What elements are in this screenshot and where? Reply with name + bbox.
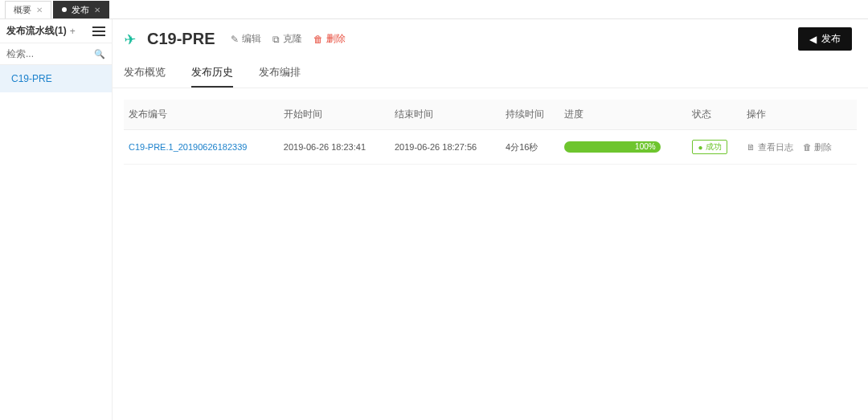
- col-end: 结束时间: [390, 100, 501, 130]
- view-log-label: 查看日志: [758, 141, 793, 153]
- sidebar-header: 发布流水线(1) +: [0, 19, 112, 43]
- col-progress: 进度: [559, 100, 688, 130]
- progress-bar: 100%: [564, 141, 661, 153]
- cell-duration: 4分16秒: [501, 130, 559, 165]
- sidebar: 发布流水线(1) + 🔍 C19-PRE: [0, 19, 113, 420]
- edit-label: 编辑: [242, 32, 261, 46]
- trash-icon: 🗑: [313, 34, 323, 45]
- tab-label: 发布: [72, 4, 89, 16]
- sidebar-title: 发布流水线(1): [6, 24, 67, 38]
- cell-status: ● 成功: [687, 130, 742, 165]
- paper-plane-icon: ✈: [123, 30, 137, 48]
- copy-icon: ⧉: [272, 34, 280, 45]
- add-pipeline-button[interactable]: +: [70, 26, 76, 37]
- main-content: ✈ C19-PRE ✎ 编辑 ⧉ 克隆 🗑 删除 ◀ 发布 发布概览 发布历史: [113, 19, 868, 420]
- pencil-icon: ✎: [231, 34, 239, 45]
- sidebar-search: 🔍: [0, 43, 112, 65]
- cell-ops: 🗎 查看日志 🗑 删除: [742, 130, 857, 165]
- file-icon: 🗎: [747, 142, 755, 152]
- publish-label: 发布: [821, 32, 841, 46]
- release-id-link[interactable]: C19-PRE.1_20190626182339: [129, 142, 247, 152]
- progress-pct: 100%: [635, 141, 656, 153]
- close-icon[interactable]: ✕: [36, 6, 43, 14]
- delete-label: 删除: [326, 32, 346, 46]
- check-circle-icon: ●: [698, 143, 702, 152]
- trash-icon: 🗑: [803, 142, 812, 152]
- view-log-button[interactable]: 🗎 查看日志: [747, 141, 793, 153]
- edit-button[interactable]: ✎ 编辑: [231, 32, 261, 46]
- history-table: 发布编号 开始时间 结束时间 持续时间 进度 状态 操作 C19-PRE.1_2…: [124, 100, 857, 165]
- top-tab-bar: 概要 ✕ 发布 ✕: [0, 0, 868, 19]
- delete-button[interactable]: 🗑 删除: [313, 32, 346, 46]
- search-icon: 🔍: [94, 49, 105, 59]
- send-icon: ◀: [809, 34, 817, 45]
- page-header: ✈ C19-PRE ✎ 编辑 ⧉ 克隆 🗑 删除 ◀ 发布: [113, 19, 868, 59]
- row-delete-label: 删除: [814, 141, 832, 153]
- sidebar-item-label: C19-PRE: [11, 73, 52, 84]
- status-badge: ● 成功: [692, 140, 727, 154]
- col-id: 发布编号: [124, 100, 279, 130]
- tab-label: 概要: [14, 4, 31, 16]
- col-ops: 操作: [742, 100, 857, 130]
- publish-button[interactable]: ◀ 发布: [798, 27, 852, 51]
- clone-button[interactable]: ⧉ 克隆: [272, 32, 302, 46]
- table-row: C19-PRE.1_20190626182339 2019-06-26 18:2…: [124, 130, 857, 165]
- clone-label: 克隆: [283, 32, 302, 46]
- top-tab-publish[interactable]: 发布 ✕: [53, 1, 109, 18]
- tab-history[interactable]: 发布历史: [191, 59, 233, 88]
- main-tab-bar: 发布概览 发布历史 发布编排: [113, 59, 868, 88]
- sidebar-item-c19-pre[interactable]: C19-PRE: [0, 65, 112, 92]
- cell-start: 2019-06-26 18:23:41: [279, 130, 390, 165]
- col-status: 状态: [687, 100, 742, 130]
- top-tab-summary[interactable]: 概要 ✕: [5, 1, 51, 18]
- close-icon[interactable]: ✕: [94, 6, 100, 14]
- page-title: C19-PRE: [147, 30, 215, 48]
- cell-progress: 100%: [559, 130, 688, 165]
- dirty-dot-icon: [62, 7, 67, 12]
- cell-end: 2019-06-26 18:27:56: [390, 130, 501, 165]
- col-start: 开始时间: [279, 100, 390, 130]
- tab-orchestration[interactable]: 发布编排: [259, 59, 301, 88]
- col-duration: 持续时间: [501, 100, 559, 130]
- history-table-wrap: 发布编号 开始时间 结束时间 持续时间 进度 状态 操作 C19-PRE.1_2…: [113, 88, 868, 176]
- row-delete-button[interactable]: 🗑 删除: [803, 141, 832, 153]
- status-label: 成功: [706, 141, 722, 153]
- tab-overview[interactable]: 发布概览: [124, 59, 166, 88]
- menu-icon[interactable]: [92, 27, 105, 36]
